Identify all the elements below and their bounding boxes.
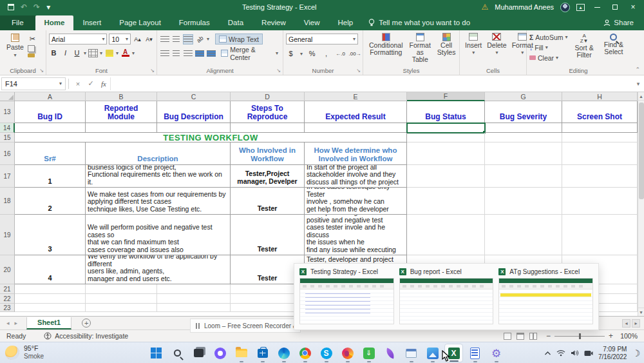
cell-c22[interactable] [157, 294, 231, 304]
delete-cells-button[interactable]: Delete ▾ [484, 32, 509, 56]
cell-h17[interactable] [562, 165, 638, 188]
cell-h16[interactable] [562, 142, 638, 165]
start-button[interactable] [147, 344, 166, 362]
loom-recorder-bar[interactable]: Loom – Free Screen Recorder & Scre [190, 319, 301, 333]
row-header-20[interactable]: 20 [0, 255, 15, 284]
borders-icon[interactable] [88, 49, 98, 57]
decrease-decimal-icon[interactable]: .00→ [350, 48, 360, 59]
number-format-combo[interactable]: General▾ [286, 34, 358, 44]
tab-formulas[interactable]: Formulas [170, 15, 219, 30]
cell-c14[interactable] [157, 123, 231, 133]
clear-button[interactable]: Clear▾ [529, 53, 568, 63]
row-header-21[interactable]: 21 [0, 284, 15, 294]
share-button[interactable]: Share [593, 15, 644, 30]
cell-how-1[interactable]: In start of the project all stackeholder… [305, 165, 407, 188]
col-header-b[interactable]: B [86, 92, 157, 101]
underline-button[interactable]: U [72, 48, 82, 58]
tab-review[interactable]: Review [252, 15, 295, 30]
cell-desc-1[interactable]: First we will understand the requirement… [86, 165, 231, 188]
align-center-icon[interactable] [171, 48, 181, 59]
feather-app-button[interactable] [381, 344, 399, 362]
customize-qat-icon[interactable]: ▾ [46, 3, 50, 12]
row-header-22[interactable]: 22 [0, 294, 15, 304]
accounting-format-icon[interactable]: $ [286, 48, 296, 59]
cell-who-2[interactable]: Tester [231, 188, 305, 215]
tab-home[interactable]: Home [35, 15, 74, 30]
col-header-a[interactable]: A [15, 92, 86, 101]
cell-b21[interactable] [86, 284, 157, 294]
align-left-icon[interactable] [160, 48, 169, 59]
photos-button[interactable] [423, 344, 442, 362]
camera-icon[interactable] [584, 350, 593, 357]
scroll-right-icon[interactable]: ▸ [632, 319, 640, 328]
cut-icon[interactable]: ✂ [28, 34, 37, 44]
tab-insert[interactable]: Insert [73, 15, 110, 30]
cell-g15[interactable] [485, 133, 562, 142]
page-layout-view-icon[interactable] [516, 333, 524, 340]
volume-icon[interactable] [571, 349, 579, 357]
tab-file[interactable]: File [0, 15, 35, 30]
settings-button[interactable]: ⚙ [487, 344, 506, 362]
percent-style-icon[interactable]: % [307, 48, 317, 59]
cell-sr-2[interactable]: 2 [15, 188, 86, 215]
autosum-button[interactable]: ΣAutoSum▾ [529, 32, 568, 42]
cell-g14[interactable] [485, 123, 562, 133]
expand-formula-bar-icon[interactable]: ▾ [632, 81, 644, 87]
taskbar-clock[interactable]: 7:09 PM 7/16/2022 [598, 346, 627, 361]
avatar[interactable] [560, 3, 570, 12]
restore-button[interactable] [609, 3, 621, 12]
prev-sheet-icon[interactable]: ◂ [6, 320, 10, 326]
page-break-view-icon[interactable] [529, 333, 537, 340]
warning-icon[interactable]: ⚠ [482, 3, 489, 12]
decrease-indent-icon[interactable] [194, 48, 204, 59]
cell-description-header[interactable]: Description [86, 142, 231, 165]
cell-a21[interactable] [15, 284, 86, 294]
row-header-17[interactable]: 17 [0, 165, 15, 188]
preview-thumbnail[interactable] [399, 278, 494, 324]
col-header-d[interactable]: D [231, 92, 305, 101]
cell-f19[interactable] [407, 215, 485, 255]
next-sheet-icon[interactable]: ▸ [15, 320, 18, 326]
network-icon[interactable] [556, 349, 565, 357]
align-right-icon[interactable] [183, 48, 193, 59]
idm-button[interactable]: ⇓ [359, 344, 378, 362]
bold-button[interactable]: B [49, 48, 59, 58]
paste-button[interactable]: Paste ▾ [3, 32, 28, 59]
shrink-font-icon[interactable]: A▾ [144, 34, 154, 44]
selected-cell-f14[interactable] [407, 123, 485, 133]
cell-c23[interactable] [157, 304, 231, 312]
fill-button[interactable]: ↓Fill▾ [529, 43, 568, 52]
cell-sr-header[interactable]: Sr# [15, 142, 86, 165]
col-header-c[interactable]: C [157, 92, 231, 101]
cell-who-1[interactable]: Tester,Project manager, Develper [231, 165, 305, 188]
close-button[interactable]: × [627, 3, 639, 12]
cell-reported-module[interactable]: Reported Module [86, 101, 157, 123]
clipboard-dialog-launcher[interactable]: ↘ [39, 68, 44, 74]
normal-view-icon[interactable] [504, 333, 511, 340]
name-box[interactable]: F14▾ [1, 77, 66, 90]
insert-cells-button[interactable]: Insert ▾ [462, 32, 484, 56]
tell-me-box[interactable]: Tell me what you want to do [362, 15, 477, 30]
hidden-icons-chevron[interactable] [544, 351, 551, 356]
edge-button[interactable] [274, 344, 293, 362]
preview-bug-report[interactable]: XBug report - Excel [399, 268, 494, 325]
cell-b22[interactable] [86, 294, 157, 304]
cell-g19[interactable] [485, 215, 562, 255]
tab-page-layout[interactable]: Page Layout [110, 15, 170, 30]
undo-icon[interactable]: ↶ [21, 3, 27, 12]
cell-a14[interactable] [15, 123, 86, 133]
row-header-16[interactable]: 16 [0, 142, 15, 165]
tab-data[interactable]: Data [219, 15, 252, 30]
skype-button[interactable]: S [317, 344, 336, 362]
cell-how-3[interactable]: While performing the test cases positive… [305, 215, 407, 255]
cell-h15[interactable] [562, 133, 638, 142]
copy-icon[interactable] [28, 45, 35, 52]
cell-bug-description[interactable]: Bug Description [157, 101, 231, 123]
new-sheet-icon[interactable]: + [82, 319, 91, 328]
cell-how-2[interactable]: In test cases technique only Tester invo… [305, 188, 407, 215]
cell-g18[interactable] [485, 188, 562, 215]
col-header-h[interactable]: H [562, 92, 638, 101]
alignment-dialog-launcher[interactable]: ↘ [276, 68, 281, 74]
cell-h18[interactable] [562, 188, 638, 215]
cell-styles-button[interactable]: Cell Styles [434, 32, 459, 64]
